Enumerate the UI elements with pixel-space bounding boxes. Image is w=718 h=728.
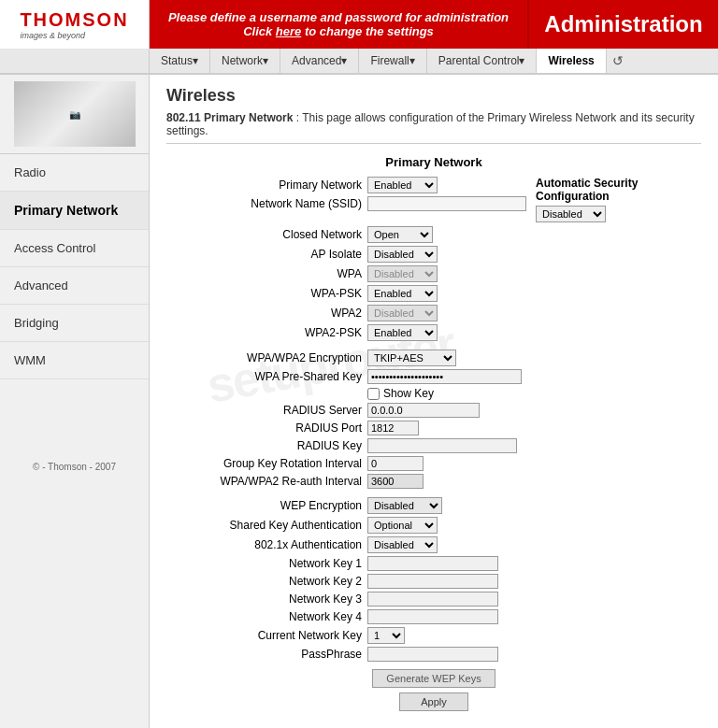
wpa2-row: WPA2 Disabled Enabled <box>166 305 701 321</box>
passphrase-label: PassPhrase <box>166 648 367 661</box>
alert-link[interactable]: here <box>276 24 301 38</box>
ap-isolate-label: AP Isolate <box>166 248 367 261</box>
network-key3-input[interactable] <box>367 592 498 607</box>
radius-server-label: RADIUS Server <box>166 404 367 417</box>
reauth-row: WPA/WPA2 Re-auth Interval <box>166 474 701 489</box>
network-name-row: Network Name (SSID) <box>166 196 526 211</box>
navbar-item-firewall[interactable]: Firewall ▾ <box>359 49 426 73</box>
sidebar-item-bridging[interactable]: Bridging <box>0 305 149 342</box>
radius-port-input[interactable] <box>367 421 419 435</box>
network-key2-row: Network Key 2 <box>166 574 701 589</box>
navbar-icon: ↺ <box>607 49 629 73</box>
navbar: Status ▾ Network ▾ Advanced ▾ Firewall ▾… <box>0 49 718 75</box>
brand-name: THOMSON <box>20 9 128 31</box>
network-name-input[interactable] <box>367 196 526 211</box>
group-key-input[interactable] <box>367 456 424 471</box>
sidebar-footer: © - Thomson - 2007 <box>0 454 149 479</box>
ap-isolate-row: AP Isolate Disabled Enabled <box>166 246 701 263</box>
sidebar-item-wmm[interactable]: WMM <box>0 342 149 379</box>
wpa-select[interactable]: Disabled Enabled <box>367 265 438 282</box>
alert-banner: Please define a username and password fo… <box>150 0 527 49</box>
wpa-psk-label: WPA-PSK <box>166 287 367 300</box>
network-key1-input[interactable] <box>367 556 498 571</box>
wpa-row: WPA Disabled Enabled <box>166 265 701 282</box>
show-key-checkbox[interactable] <box>367 388 380 400</box>
sidebar-item-radio[interactable]: Radio <box>0 154 149 192</box>
sidebar: 📷 Radio Primary Network Access Control A… <box>0 75 150 728</box>
current-network-key-label: Current Network Key <box>166 629 367 642</box>
generate-wep-button[interactable]: Generate WEP Keys <box>372 669 495 688</box>
wpa-preshared-row: WPA Pre-Shared Key <box>166 369 701 384</box>
radius-server-row: RADIUS Server <box>166 403 701 418</box>
current-network-key-select[interactable]: 1 2 3 4 <box>367 627 405 644</box>
wpa-encryption-select[interactable]: TKIP+AES TKIP AES <box>367 350 456 366</box>
subtitle-bold: 802.11 Primary Network <box>166 111 293 124</box>
logo-area: THOMSON images & beyond <box>0 0 150 49</box>
passphrase-input[interactable] <box>367 647 498 662</box>
wpa-psk-row: WPA-PSK Enabled Disabled <box>166 285 701 302</box>
sidebar-item-primary-network[interactable]: Primary Network <box>0 192 149 230</box>
navbar-item-status[interactable]: Status ▾ <box>150 49 210 73</box>
auto-security-area: Automatic Security Configuration Disable… <box>536 177 701 222</box>
wpa-encryption-row: WPA/WPA2 Encryption TKIP+AES TKIP AES <box>166 350 701 366</box>
sidebar-item-access-control[interactable]: Access Control <box>0 230 149 267</box>
wpa2-label: WPA2 <box>166 307 367 320</box>
network-key3-label: Network Key 3 <box>166 592 367 606</box>
auth-8021x-label: 802.1x Authentication <box>166 538 367 551</box>
apply-button[interactable]: Apply <box>399 692 468 711</box>
shared-key-select[interactable]: Optional Required <box>367 517 438 534</box>
admin-title: Administration <box>544 11 702 37</box>
admin-label-area: Administration <box>527 0 718 49</box>
network-name-label: Network Name (SSID) <box>166 197 367 210</box>
network-key4-input[interactable] <box>367 609 498 624</box>
shared-key-row: Shared Key Authentication Optional Requi… <box>166 517 701 534</box>
group-key-row: Group Key Rotation Interval <box>166 456 701 471</box>
radius-key-row: RADIUS Key <box>166 438 701 453</box>
primary-network-select[interactable]: Enabled Disabled <box>367 177 438 193</box>
section-title: Primary Network <box>166 155 701 169</box>
sidebar-logo-area: 📷 <box>0 75 149 154</box>
show-key-label: Show Key <box>383 387 434 400</box>
auto-security-select[interactable]: Disabled Enabled <box>536 206 606 222</box>
wep-encryption-row: WEP Encryption Disabled 64-bit 128-bit <box>166 497 701 514</box>
navbar-item-network[interactable]: Network ▾ <box>210 49 280 73</box>
sidebar-item-advanced[interactable]: Advanced <box>0 267 149 305</box>
closed-network-select[interactable]: Open Closed <box>367 226 433 243</box>
navbar-item-wireless[interactable]: Wireless <box>537 49 606 73</box>
radius-port-row: RADIUS Port <box>166 421 701 435</box>
wpa2-psk-label: WPA2-PSK <box>166 326 367 339</box>
radius-server-input[interactable] <box>367 403 480 418</box>
wpa2-psk-select[interactable]: Enabled Disabled <box>367 324 438 341</box>
shared-key-label: Shared Key Authentication <box>166 519 367 532</box>
wep-encryption-select[interactable]: Disabled 64-bit 128-bit <box>367 497 442 514</box>
radius-key-input[interactable] <box>367 438 517 453</box>
network-key3-row: Network Key 3 <box>166 592 701 607</box>
wpa-encryption-label: WPA/WPA2 Encryption <box>166 351 367 364</box>
navbar-item-parental[interactable]: Parental Control ▾ <box>427 49 538 73</box>
wpa-preshared-label: WPA Pre-Shared Key <box>166 370 367 383</box>
radius-key-label: RADIUS Key <box>166 439 367 452</box>
auth-8021x-select[interactable]: Disabled Enabled <box>367 536 438 553</box>
passphrase-row: PassPhrase <box>166 647 701 662</box>
wpa-label: WPA <box>166 267 367 280</box>
buttons-area: Generate WEP Keys Apply <box>166 669 701 711</box>
network-key2-label: Network Key 2 <box>166 575 367 588</box>
navbar-item-advanced[interactable]: Advanced ▾ <box>280 49 359 73</box>
main-content: setuprouter Wireless 802.11 Primary Netw… <box>150 75 718 728</box>
reauth-input[interactable] <box>367 474 424 489</box>
wpa2-psk-row: WPA2-PSK Enabled Disabled <box>166 324 701 341</box>
closed-network-label: Closed Network <box>166 228 367 241</box>
current-network-key-row: Current Network Key 1 2 3 4 <box>166 627 701 644</box>
radius-port-label: RADIUS Port <box>166 421 367 435</box>
wpa2-select[interactable]: Disabled Enabled <box>367 305 438 321</box>
network-key2-input[interactable] <box>367 574 498 589</box>
reauth-label: WPA/WPA2 Re-auth Interval <box>166 475 367 488</box>
ap-isolate-select[interactable]: Disabled Enabled <box>367 246 438 263</box>
wpa-psk-select[interactable]: Enabled Disabled <box>367 285 438 302</box>
page-subtitle: 802.11 Primary Network : This page allow… <box>166 111 701 144</box>
network-key1-label: Network Key 1 <box>166 557 367 570</box>
header: THOMSON images & beyond Please define a … <box>0 0 718 49</box>
wpa-preshared-input[interactable] <box>367 369 522 384</box>
auth-8021x-row: 802.1x Authentication Disabled Enabled <box>166 536 701 553</box>
brand-tagline: images & beyond <box>20 31 128 40</box>
